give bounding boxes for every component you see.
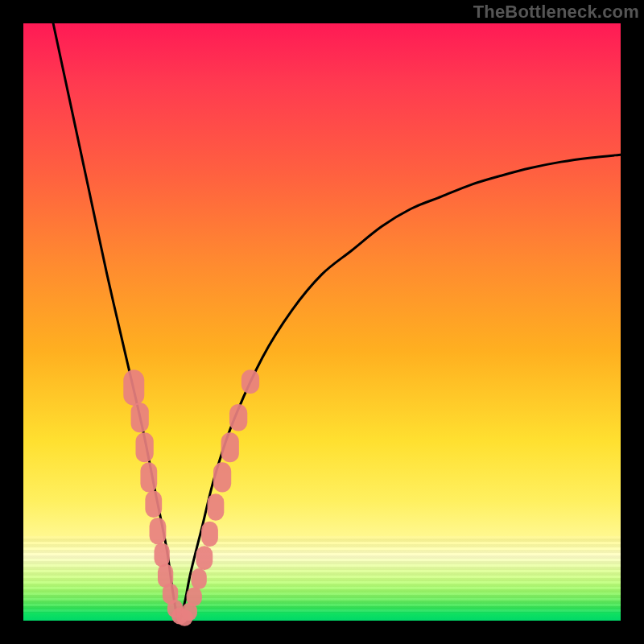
marker-point	[140, 462, 157, 492]
marker-point	[145, 491, 162, 518]
marker-point	[150, 518, 167, 544]
marker-point	[221, 432, 239, 462]
curve-svg	[23, 23, 621, 621]
marker-point	[192, 568, 207, 589]
highlighted-points	[123, 369, 259, 625]
plot-area	[23, 23, 621, 621]
marker-point	[213, 462, 231, 492]
marker-point	[229, 404, 247, 431]
marker-point	[208, 493, 225, 520]
marker-point	[155, 543, 170, 568]
marker-point	[123, 369, 144, 406]
marker-point	[187, 587, 202, 606]
bottleneck-curve	[53, 23, 621, 621]
marker-point	[201, 522, 218, 547]
watermark-text: TheBottleneck.com	[473, 2, 639, 23]
marker-point	[136, 432, 154, 462]
chart-frame: TheBottleneck.com	[0, 0, 644, 644]
marker-point	[196, 546, 213, 570]
marker-point	[242, 369, 259, 394]
marker-point	[131, 402, 149, 432]
